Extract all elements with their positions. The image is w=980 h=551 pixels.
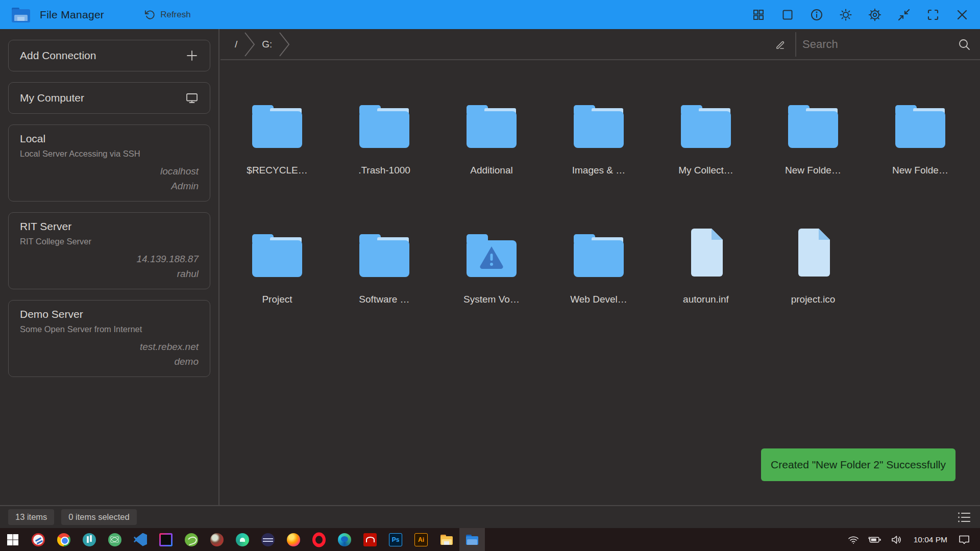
taskbar-clock[interactable]: 10:04 PM <box>908 535 953 544</box>
connection-host: localhost <box>20 164 199 179</box>
illustrator-label: Ai <box>414 533 428 546</box>
brightness-theme-icon[interactable] <box>839 8 852 21</box>
taskbar-vscode-icon[interactable] <box>128 528 153 551</box>
taskbar-snipping-tool-icon[interactable] <box>26 528 51 551</box>
file-item[interactable]: .Trash-1000 <box>331 98 438 228</box>
plus-icon <box>185 49 199 62</box>
search-icon[interactable] <box>958 38 971 51</box>
file-grid: $RECYCLE… .Trash-1000 Additional Images … <box>224 60 980 505</box>
connection-description: Some Open Server from Internet <box>20 324 199 334</box>
connection-host: test.rebex.net <box>20 339 199 354</box>
connection-card-local[interactable]: Local Local Server Accessing via SSH loc… <box>8 124 210 202</box>
taskbar-acrobat-icon[interactable] <box>357 528 383 551</box>
connection-card-demo-server[interactable]: Demo Server Some Open Server from Intern… <box>8 300 210 377</box>
taskbar-file-explorer-icon[interactable] <box>434 528 459 551</box>
file-icon <box>688 228 724 277</box>
connection-name: Demo Server <box>20 308 199 320</box>
taskbar-firefox-icon[interactable] <box>281 528 306 551</box>
fullscreen-icon[interactable] <box>926 8 940 21</box>
system-tray: 10:04 PM <box>843 528 980 551</box>
file-item[interactable]: $RECYCLE… <box>224 98 331 228</box>
folder-icon <box>358 98 411 148</box>
file-item[interactable]: Additional <box>438 98 545 228</box>
single-view-icon[interactable] <box>781 8 794 21</box>
path-toolbar: / G: <box>220 29 980 60</box>
folder-icon <box>251 228 304 277</box>
file-label: project.ico <box>791 294 836 305</box>
status-bar: 13 items 0 items selected <box>0 505 980 528</box>
taskbar-chrome-icon[interactable] <box>51 528 77 551</box>
taskbar-eclipse-icon[interactable] <box>255 528 281 551</box>
taskbar-opera-icon[interactable] <box>306 528 332 551</box>
folder-icon <box>251 98 304 148</box>
edit-path-button[interactable] <box>771 33 791 56</box>
taskbar-file-manager-active-icon[interactable] <box>459 528 485 551</box>
file-item[interactable]: Software … <box>331 228 438 357</box>
connection-user: demo <box>20 354 199 369</box>
file-label: Software … <box>359 294 409 305</box>
file-item[interactable]: Project <box>224 228 331 357</box>
search-input[interactable] <box>802 38 958 51</box>
file-item[interactable]: Web Devel… <box>545 228 652 357</box>
file-label: $RECYCLE… <box>247 165 307 176</box>
breadcrumb-item-root[interactable]: / <box>230 39 242 50</box>
info-icon[interactable] <box>810 8 823 21</box>
file-label: Web Devel… <box>570 294 627 305</box>
my-computer-label: My Computer <box>20 92 84 104</box>
taskbar-illustrator-icon[interactable]: Ai <box>408 528 434 551</box>
refresh-button[interactable]: Refresh <box>144 9 191 20</box>
taskbar-android-studio-icon[interactable] <box>230 528 255 551</box>
settings-gear-icon[interactable] <box>868 8 881 21</box>
selected-count-badge: 0 items selected <box>61 509 136 525</box>
connection-description: RIT College Server <box>20 237 199 246</box>
taskbar-gimp-icon[interactable] <box>204 528 230 551</box>
taskbar-atom-green-app-icon[interactable] <box>102 528 128 551</box>
add-connection-button[interactable]: Add Connection <box>8 40 210 71</box>
sidebar: Add Connection My Computer Local Local S… <box>0 29 219 505</box>
windows-logo-icon <box>7 534 19 546</box>
breadcrumb-item-drive-g[interactable]: G: <box>257 39 277 50</box>
file-item[interactable]: project.ico <box>760 228 867 357</box>
file-label: System Vo… <box>463 294 520 305</box>
toast-notification: Created "New Folder 2" Successfully <box>761 448 955 481</box>
items-count-badge: 13 items <box>8 509 54 525</box>
taskbar-photoshop-icon[interactable]: Ps <box>383 528 408 551</box>
connection-card-rit-server[interactable]: RIT Server RIT College Server 14.139.188… <box>8 212 210 289</box>
my-computer-button[interactable]: My Computer <box>8 82 210 114</box>
wifi-icon[interactable] <box>843 528 864 551</box>
file-item[interactable]: System Vo… <box>438 228 545 357</box>
collapse-window-icon[interactable] <box>897 8 911 21</box>
grid-view-icon[interactable] <box>752 8 765 21</box>
file-label: Additional <box>470 165 512 176</box>
refresh-label: Refresh <box>160 10 191 20</box>
battery-icon[interactable] <box>864 528 886 551</box>
action-center-icon[interactable] <box>953 528 975 551</box>
file-item[interactable]: New Folde… <box>867 98 974 228</box>
toast-message: Created "New Folder 2" Successfully <box>771 459 946 471</box>
list-view-toggle-icon[interactable] <box>957 511 972 524</box>
file-item[interactable]: My Collect… <box>652 98 760 228</box>
file-icon <box>795 228 831 277</box>
file-label: New Folde… <box>785 165 841 176</box>
taskbar-teal-app-icon[interactable] <box>77 528 102 551</box>
file-label: .Trash-1000 <box>358 165 410 176</box>
folder-icon <box>572 228 625 277</box>
folder-icon <box>787 98 840 148</box>
connection-user: rahul <box>20 266 199 281</box>
folder-warning-icon <box>465 228 518 277</box>
close-icon[interactable] <box>955 8 969 21</box>
taskbar-intellij-icon[interactable] <box>153 528 179 551</box>
start-button[interactable] <box>0 528 26 551</box>
file-label: autorun.inf <box>683 294 729 305</box>
folder-icon <box>894 98 947 148</box>
photoshop-label: Ps <box>389 533 402 546</box>
file-item[interactable]: New Folde… <box>760 98 867 228</box>
file-item[interactable]: Images & … <box>545 98 652 228</box>
volume-icon[interactable] <box>886 528 908 551</box>
add-connection-label: Add Connection <box>20 49 96 62</box>
file-item[interactable]: autorun.inf <box>652 228 760 357</box>
taskbar-edge-icon[interactable] <box>332 528 357 551</box>
taskbar-spring-icon[interactable] <box>179 528 204 551</box>
folder-icon <box>358 228 411 277</box>
windows-taskbar: Ps Ai <box>0 528 980 551</box>
